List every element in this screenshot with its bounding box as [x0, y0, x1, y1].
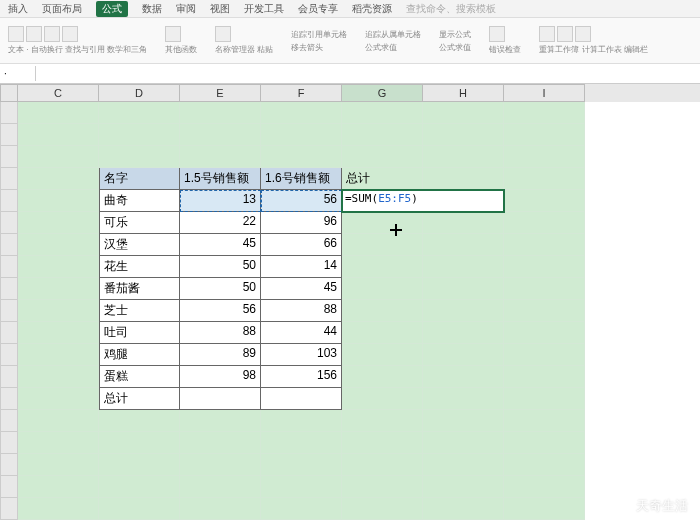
cell[interactable] [342, 146, 423, 168]
cell[interactable] [504, 278, 585, 300]
row-header[interactable] [0, 278, 18, 300]
cell[interactable] [342, 410, 423, 432]
cell[interactable] [261, 410, 342, 432]
row-header[interactable] [0, 476, 18, 498]
cell[interactable] [18, 212, 99, 234]
cell[interactable] [423, 344, 504, 366]
cell-f7[interactable]: 66 [261, 234, 342, 256]
cell[interactable] [261, 124, 342, 146]
cell[interactable] [99, 432, 180, 454]
cell[interactable] [423, 476, 504, 498]
cell[interactable] [180, 102, 261, 124]
cell[interactable] [504, 322, 585, 344]
cell-d9[interactable]: 番茄酱 [99, 278, 180, 300]
cell[interactable] [342, 102, 423, 124]
formula-bar[interactable]: · [0, 64, 700, 84]
cell-f8[interactable]: 14 [261, 256, 342, 278]
cell[interactable] [423, 168, 504, 190]
select-all-corner[interactable] [0, 84, 18, 102]
cell-e6[interactable]: 22 [180, 212, 261, 234]
col-g[interactable]: G [342, 84, 423, 102]
cell[interactable] [504, 102, 585, 124]
cell-f9[interactable]: 45 [261, 278, 342, 300]
cell[interactable] [342, 322, 423, 344]
col-f[interactable]: F [261, 84, 342, 102]
cell-e5[interactable]: 13 [180, 190, 261, 212]
row-header[interactable] [0, 300, 18, 322]
cell-d5[interactable]: 曲奇 [99, 190, 180, 212]
cell[interactable] [261, 146, 342, 168]
lookup-icon[interactable] [44, 26, 60, 42]
cell[interactable] [504, 344, 585, 366]
cell[interactable] [342, 498, 423, 520]
name-box[interactable]: · [0, 66, 36, 81]
cell[interactable] [342, 476, 423, 498]
cell[interactable] [18, 234, 99, 256]
spreadsheet-grid[interactable]: C D E F G H I 名字 1.5号销售额 1.6号销售额 总计 曲奇 1… [0, 84, 700, 524]
cell[interactable] [180, 454, 261, 476]
cell-d7[interactable]: 汉堡 [99, 234, 180, 256]
autowrap-icon[interactable] [26, 26, 42, 42]
cell[interactable] [261, 102, 342, 124]
col-i[interactable]: I [504, 84, 585, 102]
col-h[interactable]: H [423, 84, 504, 102]
cell[interactable] [423, 124, 504, 146]
cell[interactable] [423, 234, 504, 256]
cell-e9[interactable]: 50 [180, 278, 261, 300]
lbl-trace-prec[interactable]: 追踪引用单元格 [291, 29, 347, 40]
tab-dev[interactable]: 开发工具 [244, 2, 284, 16]
cell[interactable] [423, 388, 504, 410]
row-header[interactable] [0, 432, 18, 454]
cell[interactable] [99, 476, 180, 498]
row-header[interactable] [0, 124, 18, 146]
cell-g5-formula[interactable]: =SUM(E5:F5) SUM (数值1, ...) [342, 190, 504, 212]
cell-e13[interactable]: 98 [180, 366, 261, 388]
cell[interactable] [423, 498, 504, 520]
cell-e10[interactable]: 56 [180, 300, 261, 322]
cell[interactable] [18, 322, 99, 344]
cell[interactable] [342, 278, 423, 300]
lbl-remove-arrows[interactable]: 移去箭头 [291, 42, 347, 53]
calc-sheet-icon[interactable] [557, 26, 573, 42]
cell[interactable] [99, 410, 180, 432]
cell[interactable] [504, 410, 585, 432]
row-header[interactable] [0, 212, 18, 234]
cell-name-header[interactable]: 名字 [99, 168, 180, 190]
cell-total-header[interactable]: 总计 [342, 168, 423, 190]
cell[interactable] [342, 234, 423, 256]
lbl-eval[interactable]: 公式求值 [439, 42, 471, 53]
cell[interactable] [18, 476, 99, 498]
row-header[interactable] [0, 234, 18, 256]
cell[interactable] [504, 168, 585, 190]
cells-area[interactable]: 名字 1.5号销售额 1.6号销售额 总计 曲奇 13 56 =SUM(E5:F… [0, 102, 700, 520]
tab-data[interactable]: 数据 [142, 2, 162, 16]
cell[interactable] [342, 344, 423, 366]
cell[interactable] [18, 124, 99, 146]
cell-e11[interactable]: 88 [180, 322, 261, 344]
cell[interactable] [423, 278, 504, 300]
row-header[interactable] [0, 454, 18, 476]
cell[interactable] [342, 388, 423, 410]
cell[interactable] [342, 300, 423, 322]
cell[interactable] [504, 190, 585, 212]
col-e[interactable]: E [180, 84, 261, 102]
row-header[interactable] [0, 344, 18, 366]
error-check-icon[interactable] [489, 26, 505, 42]
cell[interactable] [504, 146, 585, 168]
cell[interactable] [18, 344, 99, 366]
lbl-show-formula[interactable]: 显示公式 [439, 29, 471, 40]
tab-view[interactable]: 视图 [210, 2, 230, 16]
tab-formula[interactable]: 公式 [96, 1, 128, 17]
cell[interactable] [504, 432, 585, 454]
cell-f10[interactable]: 88 [261, 300, 342, 322]
cell[interactable] [423, 432, 504, 454]
lbl-eval-formula[interactable]: 公式求值 [365, 42, 421, 53]
cell[interactable] [18, 498, 99, 520]
tab-resource[interactable]: 稻壳资源 [352, 2, 392, 16]
cell[interactable] [423, 322, 504, 344]
row-header[interactable] [0, 256, 18, 278]
cell[interactable] [504, 234, 585, 256]
cell[interactable] [18, 278, 99, 300]
cell-d14-total[interactable]: 总计 [99, 388, 180, 410]
cell[interactable] [99, 498, 180, 520]
